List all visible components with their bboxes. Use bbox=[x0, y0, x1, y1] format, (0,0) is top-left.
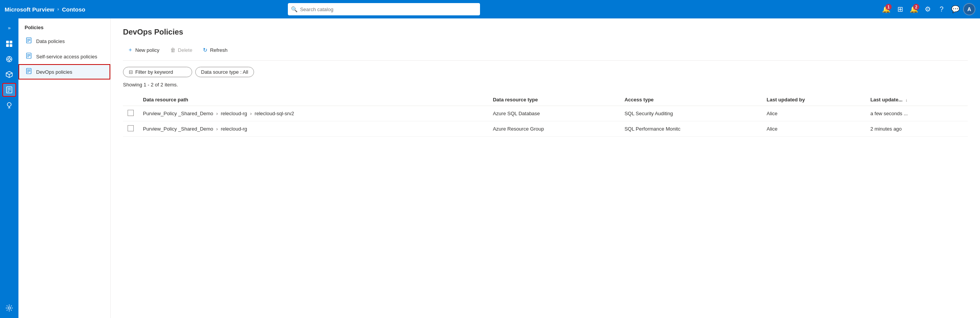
settings-button[interactable]: ⚙ bbox=[922, 3, 934, 15]
col-type-label: Data resource type bbox=[493, 97, 538, 103]
feedback-button[interactable]: 💬 bbox=[949, 3, 962, 15]
topbar-actions: 🔔 1 ⊞ 🔔 2 ⚙ ? 💬 A bbox=[880, 3, 975, 15]
rail-icon-insights[interactable] bbox=[2, 98, 16, 112]
svg-rect-0 bbox=[6, 41, 9, 43]
delete-icon: 🗑 bbox=[170, 47, 176, 53]
sidebar-item-devops-policies-label: DevOps policies bbox=[36, 69, 72, 75]
datasource-filter-label: Data source type : All bbox=[201, 69, 248, 75]
path-arrow: › bbox=[216, 126, 218, 132]
filter-icon: ⊟ bbox=[129, 69, 133, 75]
devops-policies-icon bbox=[25, 68, 32, 76]
icon-rail: » bbox=[0, 18, 18, 318]
rail-icon-home[interactable] bbox=[2, 37, 16, 51]
keyword-filter-label: Filter by keyword bbox=[135, 69, 173, 75]
notifications-badge: 1 bbox=[885, 4, 892, 10]
path-arrow: › bbox=[216, 111, 218, 116]
sidebar-item-self-service-label: Self-service access policies bbox=[36, 54, 97, 60]
row-path: Purview_Policy _Shared_Demo › relecloud-… bbox=[138, 106, 488, 121]
svg-line-12 bbox=[9, 73, 12, 75]
col-updated-at-label: Last update... bbox=[870, 97, 903, 103]
apps-button[interactable]: ⊞ bbox=[894, 3, 906, 15]
alerts-badge: 2 bbox=[913, 4, 919, 10]
svg-line-11 bbox=[6, 73, 9, 75]
data-policies-icon bbox=[25, 37, 32, 45]
rail-icon-catalog[interactable] bbox=[2, 52, 16, 66]
topbar: Microsoft Purview › Contoso 🔍 🔔 1 ⊞ 🔔 2 … bbox=[0, 0, 980, 18]
row-updated-at: 2 minutes ago bbox=[866, 121, 968, 137]
sort-icon: ↓ bbox=[905, 98, 908, 102]
sidebar-item-data-policies[interactable]: Data policies bbox=[18, 33, 110, 49]
svg-point-5 bbox=[8, 58, 10, 60]
col-header-updated-at[interactable]: Last update... ↓ bbox=[866, 94, 968, 106]
row-path: Purview_Policy _Shared_Demo › relecloud-… bbox=[138, 121, 488, 137]
svg-rect-2 bbox=[6, 44, 9, 47]
self-service-icon bbox=[25, 53, 32, 60]
delete-button[interactable]: 🗑 Delete bbox=[166, 45, 197, 55]
col-header-updated-by: Last updated by bbox=[762, 94, 866, 106]
new-policy-label: New policy bbox=[135, 47, 159, 53]
rail-icon-management[interactable] bbox=[2, 301, 16, 315]
table-row: Purview_Policy _Shared_Demo › relecloud-… bbox=[123, 106, 968, 121]
row-access-type: SQL Performance Monitc bbox=[620, 121, 762, 137]
row-resource-type: Azure SQL Database bbox=[488, 106, 620, 121]
refresh-icon: ↻ bbox=[203, 47, 208, 53]
notifications-button[interactable]: 🔔 1 bbox=[880, 3, 892, 15]
row-updated-by: Alice bbox=[762, 106, 866, 121]
svg-point-18 bbox=[7, 103, 11, 106]
row-access-type: SQL Security Auditing bbox=[620, 106, 762, 121]
col-header-type: Data resource type bbox=[488, 94, 620, 106]
refresh-button[interactable]: ↻ Refresh bbox=[198, 45, 232, 55]
user-avatar[interactable]: A bbox=[963, 3, 975, 15]
svg-point-21 bbox=[8, 307, 10, 309]
row-checkbox[interactable] bbox=[128, 110, 134, 116]
delete-label: Delete bbox=[178, 47, 193, 53]
tenant-name: Contoso bbox=[62, 6, 85, 13]
brand-chevron: › bbox=[57, 7, 59, 12]
row-checkbox-cell bbox=[123, 106, 138, 121]
page-title: DevOps Policies bbox=[123, 28, 968, 36]
col-header-path: Data resource path bbox=[138, 94, 488, 106]
rail-icon-policies[interactable] bbox=[2, 83, 16, 97]
datasource-filter[interactable]: Data source type : All bbox=[195, 67, 254, 77]
sidebar: Policies Data policies Self-service acce… bbox=[18, 18, 111, 318]
search-input[interactable] bbox=[288, 3, 480, 15]
row-checkbox[interactable] bbox=[128, 125, 134, 131]
app-name: Microsoft Purview bbox=[5, 6, 54, 13]
search-icon: 🔍 bbox=[291, 6, 297, 12]
col-header-access: Access type bbox=[620, 94, 762, 106]
showing-label: Showing 1 - 2 of 2 items. bbox=[123, 82, 968, 88]
refresh-label: Refresh bbox=[210, 47, 228, 53]
sidebar-item-self-service[interactable]: Self-service access policies bbox=[18, 49, 110, 64]
sidebar-item-data-policies-label: Data policies bbox=[36, 38, 65, 44]
filter-row: ⊟ Filter by keyword Data source type : A… bbox=[123, 67, 968, 77]
row-checkbox-cell bbox=[123, 121, 138, 137]
sidebar-item-devops-policies[interactable]: DevOps policies bbox=[18, 64, 110, 80]
search-bar: 🔍 bbox=[288, 3, 480, 15]
table-header-row: Data resource path Data resource type Ac… bbox=[123, 94, 968, 106]
col-updated-by-label: Last updated by bbox=[767, 97, 805, 103]
main-layout: » Policies Data policies bbox=[0, 18, 980, 318]
app-brand[interactable]: Microsoft Purview › Contoso bbox=[5, 6, 85, 13]
toolbar: ＋ New policy 🗑 Delete ↻ Refresh bbox=[123, 44, 968, 61]
rail-icon-datamap[interactable] bbox=[2, 68, 16, 81]
row-resource-type: Azure Resource Group bbox=[488, 121, 620, 137]
help-button[interactable]: ? bbox=[935, 3, 948, 15]
sidebar-section-label: Policies bbox=[18, 23, 110, 33]
table-row: Purview_Policy _Shared_Demo › relecloud-… bbox=[123, 121, 968, 137]
col-access-label: Access type bbox=[625, 97, 654, 103]
rail-toggle[interactable]: » bbox=[3, 22, 15, 34]
row-updated-by: Alice bbox=[762, 121, 866, 137]
row-updated-at: a few seconds ... bbox=[866, 106, 968, 121]
alerts-button[interactable]: 🔔 2 bbox=[908, 3, 920, 15]
path-arrow: › bbox=[250, 111, 252, 116]
new-policy-icon: ＋ bbox=[128, 46, 133, 53]
col-header-checkbox bbox=[123, 94, 138, 106]
col-path-label: Data resource path bbox=[143, 97, 188, 103]
svg-rect-1 bbox=[10, 41, 12, 43]
svg-rect-3 bbox=[10, 44, 12, 47]
keyword-filter[interactable]: ⊟ Filter by keyword bbox=[123, 67, 192, 77]
new-policy-button[interactable]: ＋ New policy bbox=[123, 44, 164, 56]
content-area: DevOps Policies ＋ New policy 🗑 Delete ↻ … bbox=[111, 18, 980, 318]
data-table: Data resource path Data resource type Ac… bbox=[123, 94, 968, 137]
